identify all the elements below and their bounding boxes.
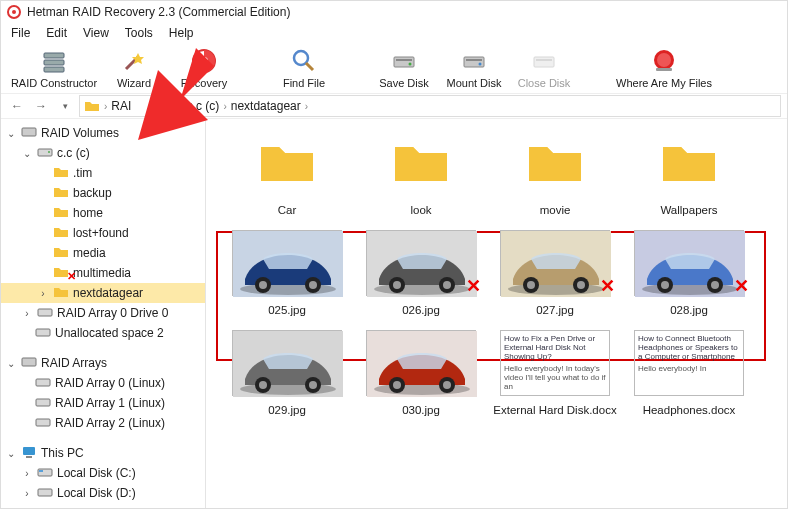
file-label: Wallpapers (660, 204, 717, 216)
svg-point-64 (259, 381, 267, 389)
hdd-icon (21, 356, 37, 371)
tree-folder-home[interactable]: home (1, 203, 205, 223)
image-thumbnail: ✕ (366, 230, 476, 296)
close-disk-button[interactable]: Close Disk (509, 47, 579, 89)
folder-item[interactable]: Car (220, 129, 354, 216)
svg-rect-26 (22, 358, 36, 366)
svg-rect-4 (44, 67, 64, 72)
tree-this-pc[interactable]: ⌄ This PC (1, 443, 205, 463)
file-label: movie (540, 204, 571, 216)
hdd-icon (21, 126, 37, 141)
find-file-icon (290, 47, 318, 75)
menu-file[interactable]: File (3, 24, 38, 42)
svg-rect-17 (536, 59, 552, 61)
save-disk-icon (390, 47, 418, 75)
svg-rect-27 (36, 379, 50, 386)
raid-constructor-icon (40, 47, 68, 75)
tree-raid-arrays[interactable]: ⌄ RAID Arrays (1, 353, 205, 373)
pc-icon (21, 445, 37, 462)
tree-folder-lostfound[interactable]: lost+found (1, 223, 205, 243)
svg-point-66 (309, 381, 317, 389)
tree-unallocated-2[interactable]: Unallocated space 2 (1, 323, 205, 343)
drive-icon (37, 146, 53, 161)
svg-point-7 (200, 57, 208, 65)
file-label: Headphones.docx (643, 404, 736, 416)
folder-item[interactable]: movie (488, 129, 622, 216)
save-disk-button[interactable]: Save Disk (369, 47, 439, 89)
nav-history-button[interactable]: ▾ (55, 96, 75, 116)
menu-edit[interactable]: Edit (38, 24, 75, 42)
folder-icon (53, 246, 69, 261)
tree-raid-volumes[interactable]: ⌄ RAID Volumes (1, 123, 205, 143)
recovery-icon (190, 47, 218, 75)
menu-tools[interactable]: Tools (117, 24, 161, 42)
document-item[interactable]: How to Connect Bluetooth Headphones or S… (622, 330, 756, 416)
tree-folder-tim[interactable]: .tim (1, 163, 205, 183)
tree-folder-nextdatagear[interactable]: ›nextdatagear (1, 283, 205, 303)
file-label: 026.jpg (402, 304, 440, 316)
folder-item[interactable]: look (354, 129, 488, 216)
image-item[interactable]: ✕028.jpg (622, 230, 756, 316)
nav-back-button[interactable]: ← (7, 96, 27, 116)
breadcrumb-seg-1[interactable]: RAI (111, 99, 131, 113)
tree-folder-backup[interactable]: backup (1, 183, 205, 203)
window-title: Hetman RAID Recovery 2.3 (Commercial Edi… (27, 5, 290, 19)
svg-point-48 (443, 281, 451, 289)
mount-disk-icon (460, 47, 488, 75)
svg-point-12 (409, 63, 412, 66)
raid-constructor-button[interactable]: RAID Constructor (9, 47, 99, 89)
menu-view[interactable]: View (75, 24, 117, 42)
breadcrumb[interactable]: › RAI › c.c (c) › nextdatagear › (79, 95, 781, 117)
tree-local-d[interactable]: ›Local Disk (D:) (1, 483, 205, 503)
file-label: 027.jpg (536, 304, 574, 316)
image-item[interactable]: 030.jpg (354, 330, 488, 416)
breadcrumb-seg-2[interactable]: c.c (c) (187, 99, 220, 113)
wizard-button[interactable]: Wizard (99, 47, 169, 89)
tree-folder-media[interactable]: media (1, 243, 205, 263)
svg-point-52 (527, 281, 535, 289)
tree-raid-array0-drive0[interactable]: › RAID Array 0 Drive 0 (1, 303, 205, 323)
deleted-mark-icon: ✕ (466, 275, 481, 297)
file-label: Car (278, 204, 297, 216)
svg-rect-33 (39, 470, 43, 472)
folder-tree: ⌄ RAID Volumes ⌄ c.c (c) .timbackuphomel… (1, 119, 206, 509)
tree-raid-a2[interactable]: RAID Array 2 (Linux) (1, 413, 205, 433)
where-are-my-files-icon (650, 47, 678, 75)
svg-point-23 (48, 151, 50, 153)
svg-rect-16 (534, 57, 554, 67)
folder-icon (53, 166, 69, 181)
image-item[interactable]: ✕026.jpg (354, 230, 488, 316)
drive-icon (37, 466, 53, 481)
app-icon (7, 5, 21, 19)
image-item[interactable]: 025.jpg (220, 230, 354, 316)
recovery-button[interactable]: Recovery (169, 47, 239, 89)
drive-icon (35, 416, 51, 431)
menu-help[interactable]: Help (161, 24, 202, 42)
find-file-button[interactable]: Find File (269, 47, 339, 89)
tree-raid-a0[interactable]: RAID Array 0 (Linux) (1, 373, 205, 393)
breadcrumb-bar: ← → ▾ › RAI › c.c (c) › nextdatagear › (1, 93, 787, 119)
document-item[interactable]: How to Fix a Pen Drive or External Hard … (488, 330, 622, 416)
svg-rect-2 (44, 53, 64, 58)
svg-rect-28 (36, 399, 50, 406)
mount-disk-button[interactable]: Mount Disk (439, 47, 509, 89)
image-item[interactable]: 029.jpg (220, 330, 354, 416)
svg-point-1 (12, 10, 16, 14)
tree-raid-a1[interactable]: RAID Array 1 (Linux) (1, 393, 205, 413)
folder-icon (525, 129, 585, 196)
folder-icon (53, 226, 69, 241)
svg-rect-11 (396, 59, 412, 61)
folder-item[interactable]: Wallpapers (622, 129, 756, 216)
svg-line-9 (306, 63, 313, 70)
where-are-my-files-button[interactable]: Where Are My Files (609, 47, 719, 89)
breadcrumb-seg-3[interactable]: nextdatagear (231, 99, 301, 113)
tree-local-c[interactable]: ›Local Disk (C:) (1, 463, 205, 483)
svg-rect-24 (38, 309, 52, 316)
image-thumbnail (366, 330, 476, 396)
svg-rect-22 (38, 149, 52, 156)
nav-forward-button[interactable]: → (31, 96, 51, 116)
svg-point-58 (661, 281, 669, 289)
image-item[interactable]: ✕027.jpg (488, 230, 622, 316)
tree-folder-multimedia[interactable]: ✕multimedia (1, 263, 205, 283)
tree-volume-cc[interactable]: ⌄ c.c (c) (1, 143, 205, 163)
